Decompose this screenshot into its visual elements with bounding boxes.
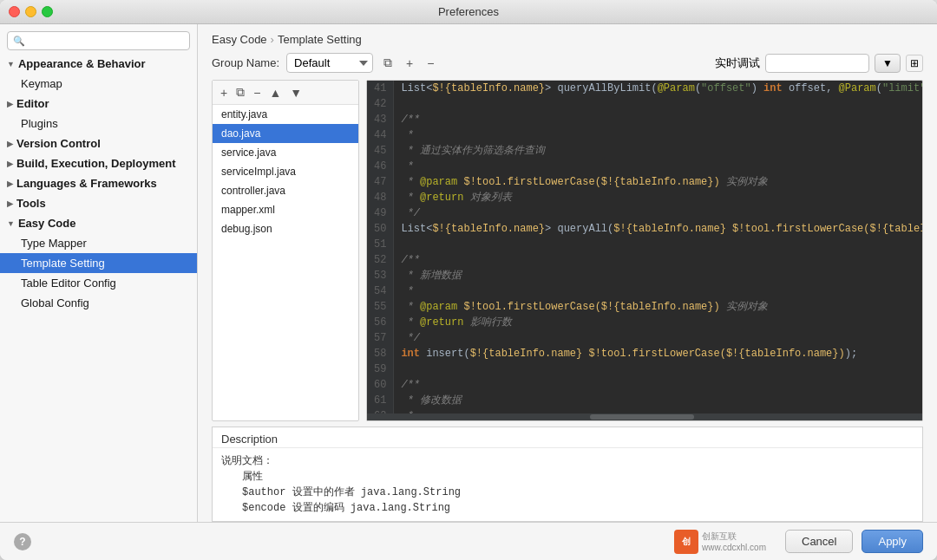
table-row: 60 /** [367,377,922,393]
titlebar: Preferences [0,0,937,24]
chevron-right-icon4: ▶ [7,179,13,188]
two-pane-area: + ⧉ − ▲ ▼ entity.java dao.java service.j… [198,80,937,421]
breadcrumb-easy-code: Easy Code [212,33,267,46]
search-bar: 🔍 [0,24,197,54]
scrollbar-track [370,414,919,420]
scrollbar-thumb[interactable] [590,414,694,420]
main-content: 🔍 ▼ Appearance & Behavior Keymap ▶ Edito… [0,24,937,522]
desc-line-2: 属性 [221,469,914,485]
realtime-grid-button[interactable]: ⊞ [906,55,923,72]
file-item-serviceimpl[interactable]: serviceImpl.java [213,162,358,181]
file-item-mapper[interactable]: mapper.xml [213,200,358,219]
description-label: Description [213,427,922,448]
sidebar-item-tools[interactable]: ▶ Tools [0,193,197,213]
watermark-text: 创新互联 www.cdcxhl.com [702,531,766,553]
table-row: 49 */ [367,205,922,221]
table-row: 45 * 通过实体作为筛选条件查询 [367,143,922,159]
main-window: Preferences 🔍 ▼ Appearance & Behavior Ke… [0,0,937,560]
sidebar-item-easy-code[interactable]: ▼ Easy Code [0,213,197,233]
sidebar-item-appearance[interactable]: ▼ Appearance & Behavior [0,54,197,74]
search-icon: 🔍 [13,36,25,47]
table-row: 56 * @return 影响行数 [367,315,922,330]
table-row: 48 * @return 对象列表 [367,190,922,205]
table-row: 59 [367,361,922,377]
right-panel: Easy Code › Template Setting Group Name:… [198,24,937,522]
move-up-button[interactable]: ▲ [266,85,284,101]
horizontal-scrollbar[interactable] [367,413,922,420]
sidebar-item-plugins[interactable]: Plugins [0,114,197,133]
remove-file-button[interactable]: − [251,85,263,101]
table-row: 54 * [367,283,922,299]
sidebar-item-keymap[interactable]: Keymap [0,74,197,94]
sidebar-item-global-config[interactable]: Global Config [0,293,197,313]
sidebar-item-type-mapper[interactable]: Type Mapper [0,233,197,253]
group-row: Group Name: Default ⧉ + − 实时调试 ▼ ⊞ [198,53,937,80]
file-item-service[interactable]: service.java [213,143,358,162]
table-row: 51 [367,237,922,252]
sidebar-item-build[interactable]: ▶ Build, Execution, Deployment [0,153,197,173]
maximize-button[interactable] [42,6,53,17]
breadcrumb-separator: › [271,33,274,46]
file-item-dao[interactable]: dao.java [213,124,358,143]
file-list-panel: + ⧉ − ▲ ▼ entity.java dao.java service.j… [212,80,359,421]
realtime-dropdown-button[interactable]: ▼ [875,54,901,73]
description-panel: Description 说明文档： 属性 $author 设置中的作者 java… [212,427,923,522]
sidebar-item-version-control[interactable]: ▶ Version Control [0,133,197,153]
file-list-toolbar: + ⧉ − ▲ ▼ [213,81,358,105]
chevron-right-icon: ▶ [7,100,13,108]
apply-button[interactable]: Apply [862,530,923,553]
table-row: 41 List<$!{tableInfo.name}> queryAllByLi… [367,81,922,96]
copy-file-button[interactable]: ⧉ [233,84,247,101]
chevron-down-icon: ▼ [7,60,15,68]
add-group-button[interactable]: + [403,55,416,72]
realtime-label: 实时调试 [715,55,760,71]
table-row: 47 * @param $!tool.firstLowerCase($!{tab… [367,174,922,190]
chevron-right-icon2: ▶ [7,140,13,148]
chevron-right-icon3: ▶ [7,160,13,168]
search-input[interactable] [29,35,184,47]
cancel-button[interactable]: Cancel [785,530,853,553]
code-scroll[interactable]: 41 List<$!{tableInfo.name}> queryAllByLi… [367,81,922,413]
help-button[interactable]: ? [14,533,31,550]
desc-line-3: $author 设置中的作者 java.lang.String [221,485,914,500]
table-row: 43 /** [367,112,922,127]
bottom-bar: ? 创 创新互联 www.cdcxhl.com Cancel Apply [0,522,937,560]
move-down-button[interactable]: ▼ [287,85,305,101]
sidebar-item-languages[interactable]: ▶ Languages & Frameworks [0,173,197,193]
description-content[interactable]: 说明文档： 属性 $author 设置中的作者 java.lang.String… [213,448,922,521]
group-select[interactable]: Default [286,53,373,73]
file-item-entity[interactable]: entity.java [213,105,358,124]
breadcrumb-template-setting: Template Setting [278,33,362,46]
code-editor-panel: 41 List<$!{tableInfo.name}> queryAllByLi… [366,80,923,421]
table-row: 50 List<$!{tableInfo.name}> queryAll($!{… [367,221,922,237]
sidebar-item-editor[interactable]: ▶ Editor [0,94,197,114]
copy-group-button[interactable]: ⧉ [380,54,396,72]
file-list: entity.java dao.java service.java servic… [213,105,358,420]
table-row: 53 * 新增数据 [367,268,922,283]
add-file-button[interactable]: + [218,85,230,101]
realtime-input[interactable] [765,54,869,73]
table-row: 55 * @param $!tool.firstLowerCase($!{tab… [367,299,922,315]
table-row: 61 * 修改数据 [367,393,922,408]
chevron-right-icon5: ▶ [7,199,13,208]
help-area: ? [14,533,31,550]
sidebar-item-table-editor[interactable]: Table Editor Config [0,273,197,293]
file-item-controller[interactable]: controller.java [213,181,358,200]
window-title: Preferences [438,5,499,18]
desc-line-4: $encode 设置的编码 java.lang.String [221,500,914,516]
table-row: 44 * [367,127,922,143]
watermark-logo: 创 [674,530,698,554]
search-wrap[interactable]: 🔍 [7,31,190,50]
remove-group-button[interactable]: − [423,55,437,72]
sidebar: 🔍 ▼ Appearance & Behavior Keymap ▶ Edito… [0,24,198,522]
chevron-down-icon2: ▼ [7,219,15,228]
table-row: 58 int insert($!{tableInfo.name} $!tool.… [367,346,922,361]
close-button[interactable] [9,6,20,17]
sidebar-item-template-setting[interactable]: Template Setting [0,253,197,273]
file-item-debug[interactable]: debug.json [213,219,358,238]
table-row: 46 * [367,159,922,174]
breadcrumb: Easy Code › Template Setting [198,24,937,53]
minimize-button[interactable] [25,6,36,17]
table-row: 52 /** [367,252,922,268]
table-row: 57 */ [367,330,922,346]
